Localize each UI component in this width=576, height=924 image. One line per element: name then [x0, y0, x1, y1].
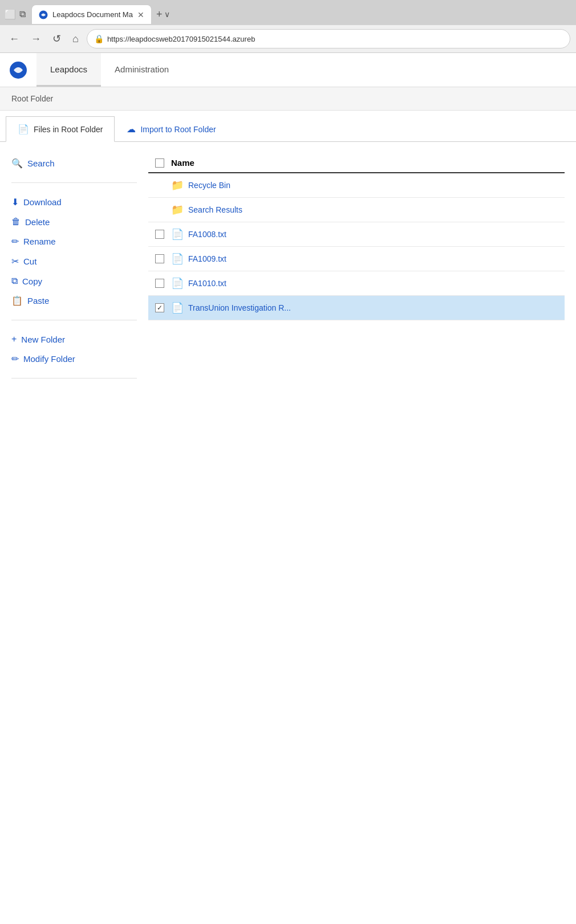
row-checkbox-col[interactable] [148, 254, 171, 263]
browser-nav: ← → ↺ ⌂ 🔒 https://leapdocsweb20170915021… [0, 25, 576, 52]
browser-chrome: ⬜ ⧉ Leapdocs Document Ma ✕ + ∨ ← → ↺ ⌂ 🔒… [0, 0, 576, 53]
cut-link[interactable]: ✂ Cut [11, 251, 137, 271]
header-checkbox-col [148, 158, 171, 168]
back-button[interactable]: ← [6, 31, 23, 47]
file-name-cell: 📄 FA1009.txt [171, 253, 226, 265]
search-icon: 🔍 [11, 158, 23, 169]
name-column-header: Name [171, 158, 194, 168]
row-checkbox[interactable] [155, 254, 164, 263]
modify-folder-icon: ✏ [11, 353, 19, 364]
import-tab-icon: ☁ [127, 124, 136, 135]
row-checkbox[interactable] [155, 303, 164, 312]
file-list: Name 📁 Recycle Bin 📁 Search Results [148, 153, 565, 388]
folder-icon: 📁 [171, 203, 184, 216]
new-tab-button[interactable]: + [156, 9, 163, 21]
new-folder-icon: + [11, 334, 17, 344]
file-icon: 📄 [171, 228, 184, 241]
refresh-button[interactable]: ↺ [49, 30, 64, 47]
tab-title: Leapdocs Document Ma [52, 10, 133, 19]
copy-icon: ⧉ [11, 276, 18, 286]
sidebar: 🔍 Search ⬇ Download 🗑 Delete ✏ Rename ✂ … [11, 153, 137, 388]
file-icon: 📄 [171, 302, 184, 314]
file-list-header: Name [148, 153, 565, 173]
tab-icon-group: ⬜ ⧉ [5, 9, 26, 20]
tab-dropdown-button[interactable]: ∨ [164, 10, 170, 19]
copy-link[interactable]: ⧉ Copy [11, 271, 137, 291]
select-all-checkbox[interactable] [155, 158, 164, 168]
tab-close-button[interactable]: ✕ [137, 10, 144, 19]
search-link[interactable]: 🔍 Search [11, 153, 137, 173]
cut-icon: ✂ [11, 256, 19, 267]
list-item[interactable]: 📁 Search Results [148, 198, 565, 222]
nav-item-administration[interactable]: Administration [101, 53, 182, 87]
file-name-cell: 📄 FA1008.txt [171, 228, 226, 241]
sidebar-search-section: 🔍 Search [11, 153, 137, 183]
home-button[interactable]: ⌂ [69, 31, 82, 47]
tab-import-to-root[interactable]: ☁ Import to Root Folder [115, 116, 228, 141]
sidebar-folder-section: + New Folder ✏ Modify Folder [11, 329, 137, 378]
rename-icon: ✏ [11, 236, 19, 247]
nav-item-leapdocs[interactable]: Leapdocs [36, 53, 101, 87]
active-tab[interactable]: Leapdocs Document Ma ✕ [31, 5, 152, 24]
list-item[interactable]: 📄 FA1009.txt [148, 247, 565, 271]
window-icon[interactable]: ⬜ [5, 9, 16, 20]
delete-icon: 🗑 [11, 217, 21, 227]
new-folder-link[interactable]: + New Folder [11, 329, 137, 349]
download-link[interactable]: ⬇ Download [11, 192, 137, 212]
row-checkbox[interactable] [155, 279, 164, 288]
forward-button[interactable]: → [27, 31, 44, 47]
lock-icon: 🔒 [94, 34, 104, 43]
tab-favicon [39, 10, 48, 19]
file-name-cell: 📁 Recycle Bin [171, 179, 230, 192]
rename-link[interactable]: ✏ Rename [11, 231, 137, 251]
list-item[interactable]: 📄 TransUnion Investigation R... [148, 296, 565, 320]
main-content: 🔍 Search ⬇ Download 🗑 Delete ✏ Rename ✂ … [0, 142, 576, 399]
address-bar[interactable]: 🔒 https://leapdocsweb20170915021544.azur… [87, 29, 570, 48]
modify-folder-link[interactable]: ✏ Modify Folder [11, 349, 137, 369]
delete-link[interactable]: 🗑 Delete [11, 212, 137, 231]
browser-tab-bar: ⬜ ⧉ Leapdocs Document Ma ✕ + ∨ [0, 0, 576, 25]
paste-link[interactable]: 📋 Paste [11, 291, 137, 311]
row-checkbox-col[interactable] [148, 303, 171, 312]
list-item[interactable]: 📄 FA1008.txt [148, 222, 565, 247]
file-icon: 📄 [171, 253, 184, 265]
breadcrumb: Root Folder [0, 87, 576, 111]
row-checkbox[interactable] [155, 230, 164, 239]
file-name-cell: 📄 TransUnion Investigation R... [171, 302, 291, 314]
row-checkbox-col[interactable] [148, 279, 171, 288]
row-checkbox-col[interactable] [148, 230, 171, 239]
paste-icon: 📋 [11, 295, 23, 306]
sidebar-actions-section: ⬇ Download 🗑 Delete ✏ Rename ✂ Cut ⧉ Cop… [11, 192, 137, 320]
folder-tabs: 📄 Files in Root Folder ☁ Import to Root … [0, 116, 576, 142]
file-name-cell: 📄 FA1010.txt [171, 277, 226, 290]
tab-files-in-root[interactable]: 📄 Files in Root Folder [6, 116, 115, 142]
leapdocs-logo-icon [9, 61, 27, 79]
folder-icon: 📁 [171, 179, 184, 192]
app-nav: Leapdocs Administration [0, 53, 576, 87]
file-name-cell: 📁 Search Results [171, 203, 242, 216]
files-tab-icon: 📄 [18, 124, 29, 135]
url-text: https://leapdocsweb20170915021544.azureb [107, 35, 255, 43]
app-logo[interactable] [0, 53, 36, 87]
restore-icon[interactable]: ⧉ [19, 9, 26, 20]
list-item[interactable]: 📄 FA1010.txt [148, 271, 565, 296]
list-item[interactable]: 📁 Recycle Bin [148, 173, 565, 198]
file-icon: 📄 [171, 277, 184, 290]
download-icon: ⬇ [11, 197, 19, 207]
